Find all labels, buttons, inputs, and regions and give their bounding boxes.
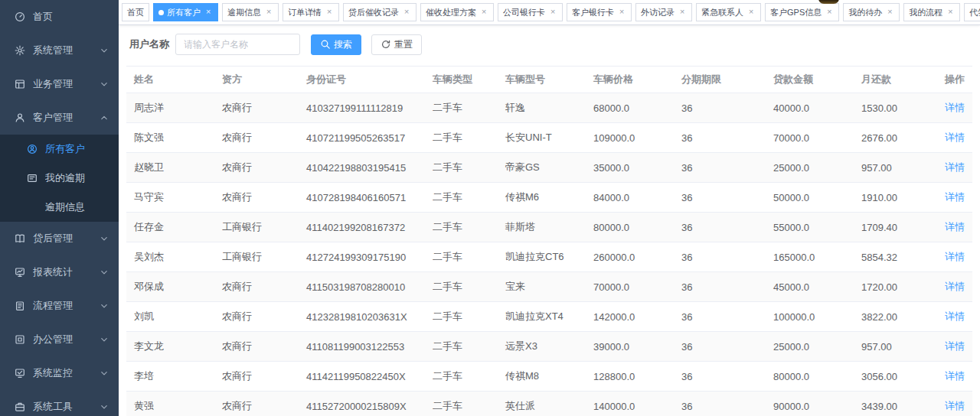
table-row: 赵晓卫 农商行 410422198803195415 二手车 帝豪GS 3500… bbox=[126, 153, 972, 183]
cell-vehicle-model: 宝来 bbox=[498, 272, 586, 302]
sidebar-item-label: 业务管理 bbox=[33, 77, 99, 91]
sidebar-item[interactable]: 流程管理 bbox=[0, 289, 119, 323]
tab[interactable]: 外访记录 × bbox=[635, 3, 692, 21]
cell-loan-amount: 70000.0 bbox=[766, 123, 854, 153]
cell-vehicle-price: 80000.0 bbox=[586, 213, 674, 242]
tab-close-icon[interactable]: × bbox=[617, 8, 626, 17]
cell-installment-term: 36 bbox=[674, 332, 766, 362]
cell-installment-term: 36 bbox=[674, 93, 766, 123]
tab-label: 公司银行卡 bbox=[503, 7, 545, 18]
reset-button[interactable]: 重置 bbox=[371, 34, 422, 55]
tab-close-icon[interactable]: × bbox=[264, 8, 273, 17]
sidebar-item[interactable]: 贷后管理 bbox=[0, 222, 119, 255]
user-icon bbox=[13, 112, 26, 124]
active-tab-dot bbox=[158, 10, 164, 15]
detail-link[interactable]: 详情 bbox=[945, 161, 965, 173]
column-header: 月还款 bbox=[854, 67, 926, 93]
cell-installment-term: 36 bbox=[674, 213, 766, 242]
tab-close-icon[interactable]: × bbox=[402, 8, 411, 17]
sidebar-item[interactable]: 系统管理 bbox=[0, 34, 119, 67]
cell-name: 赵晓卫 bbox=[126, 153, 214, 183]
tab-close-icon[interactable]: × bbox=[678, 8, 687, 17]
tab[interactable]: 逾期信息 × bbox=[222, 3, 279, 21]
cell-id-number: 410422198803195415 bbox=[299, 153, 425, 183]
cell-vehicle-model: 凯迪拉克XT4 bbox=[498, 302, 586, 332]
sidebar-item[interactable]: 报表统计 bbox=[0, 255, 119, 289]
detail-link[interactable]: 详情 bbox=[945, 102, 965, 113]
detail-link[interactable]: 详情 bbox=[945, 251, 965, 262]
sidebar-item[interactable]: 系统工具 bbox=[0, 390, 119, 416]
cell-monthly-payment: 3056.00 bbox=[854, 362, 926, 392]
cell-installment-term: 36 bbox=[674, 362, 766, 392]
tab[interactable]: 代签任务 × bbox=[964, 3, 980, 21]
tab-label: 客户GPS信息 bbox=[770, 7, 822, 18]
detail-link[interactable]: 详情 bbox=[945, 310, 965, 322]
tab-close-icon[interactable]: × bbox=[548, 8, 557, 17]
tab[interactable]: 我的流程 × bbox=[903, 3, 960, 21]
cell-vehicle-model: 长安UNI-T bbox=[498, 123, 586, 153]
cell-loan-amount: 80000.0 bbox=[766, 362, 854, 392]
table-row: 陈文强 农商行 410721199505263517 二手车 长安UNI-T 1… bbox=[126, 123, 972, 153]
tab-close-icon[interactable]: × bbox=[825, 8, 834, 17]
sidebar-item-label: 办公管理 bbox=[33, 333, 99, 346]
sidebar-item[interactable]: 逾期信息 bbox=[0, 193, 119, 222]
tab-close-icon[interactable]: × bbox=[325, 8, 334, 17]
cell-vehicle-type: 二手车 bbox=[425, 153, 498, 183]
cell-vehicle-type: 二手车 bbox=[425, 362, 498, 392]
tab[interactable]: 紧急联系人 × bbox=[696, 3, 761, 21]
detail-link[interactable]: 详情 bbox=[945, 400, 965, 411]
tab[interactable]: 客户GPS信息 × bbox=[765, 3, 839, 21]
sidebar-item[interactable]: 业务管理 bbox=[0, 67, 119, 101]
sidebar-item[interactable]: 办公管理 bbox=[0, 323, 119, 356]
cell-vehicle-type: 二手车 bbox=[425, 123, 498, 153]
tab-close-icon[interactable]: × bbox=[479, 8, 488, 17]
cell-funder: 农商行 bbox=[214, 183, 299, 213]
table-row: 黄强 农商行 41152720000215809X 二手车 英仕派 140000… bbox=[126, 392, 972, 416]
chevron-down-icon bbox=[99, 79, 109, 89]
detail-link[interactable]: 详情 bbox=[945, 191, 965, 203]
tab-close-icon[interactable]: × bbox=[746, 8, 756, 17]
cell-vehicle-model: 帝豪GS bbox=[498, 153, 586, 183]
detail-link[interactable]: 详情 bbox=[945, 370, 965, 382]
sidebar-item-label: 系统工具 bbox=[33, 400, 99, 414]
column-header: 车辆型号 bbox=[498, 67, 586, 93]
tab[interactable]: 贷后催收记录 × bbox=[343, 3, 416, 21]
sidebar-item-label: 流程管理 bbox=[33, 299, 99, 313]
tab-close-icon[interactable]: × bbox=[885, 8, 894, 17]
tab-label: 我的待办 bbox=[848, 7, 882, 18]
cell-vehicle-model: 菲斯塔 bbox=[498, 213, 586, 242]
postloan-icon bbox=[13, 232, 26, 245]
tab[interactable]: 我的待办 × bbox=[843, 3, 900, 21]
tab[interactable]: 公司银行卡 × bbox=[498, 3, 563, 21]
customer-name-input[interactable] bbox=[175, 34, 300, 55]
cell-id-number: 410728198406160571 bbox=[299, 183, 425, 213]
tab[interactable]: 客户银行卡 × bbox=[567, 3, 632, 21]
sidebar-item[interactable]: 所有客户 bbox=[0, 135, 119, 164]
cell-vehicle-model: 传祺M6 bbox=[498, 183, 586, 213]
tab[interactable]: 订单详情 × bbox=[283, 3, 339, 21]
tab[interactable]: 所有客户 × bbox=[153, 3, 218, 21]
detail-link[interactable]: 详情 bbox=[945, 132, 965, 143]
search-button[interactable]: 搜索 bbox=[311, 34, 361, 55]
sidebar-item[interactable]: 我的逾期 bbox=[0, 164, 119, 193]
tab-close-icon[interactable]: × bbox=[946, 8, 955, 17]
tab[interactable]: 首页 × bbox=[122, 3, 149, 21]
column-header: 分期期限 bbox=[674, 67, 766, 93]
tab-close-icon[interactable]: × bbox=[204, 8, 213, 17]
sidebar-item-label: 系统管理 bbox=[33, 44, 99, 57]
cell-installment-term: 36 bbox=[674, 123, 766, 153]
tab-label: 首页 bbox=[127, 7, 144, 18]
sidebar-item[interactable]: 系统监控 bbox=[0, 356, 119, 390]
cell-name: 马守宾 bbox=[126, 183, 214, 213]
sidebar-item[interactable]: 客户管理 bbox=[0, 101, 119, 135]
sidebar-item[interactable]: 首页 bbox=[0, 0, 119, 34]
cell-id-number: 411503198708280010 bbox=[299, 272, 425, 302]
chevron-down-icon bbox=[99, 401, 109, 412]
table-row: 任存金 工商银行 411402199208167372 二手车 菲斯塔 8000… bbox=[126, 213, 972, 242]
cell-actions: 详情 bbox=[926, 302, 972, 332]
detail-link[interactable]: 详情 bbox=[945, 340, 965, 352]
tab[interactable]: 催收处理方案 × bbox=[420, 3, 494, 21]
cell-name: 黄强 bbox=[126, 392, 214, 416]
detail-link[interactable]: 详情 bbox=[945, 221, 965, 232]
detail-link[interactable]: 详情 bbox=[945, 281, 965, 292]
